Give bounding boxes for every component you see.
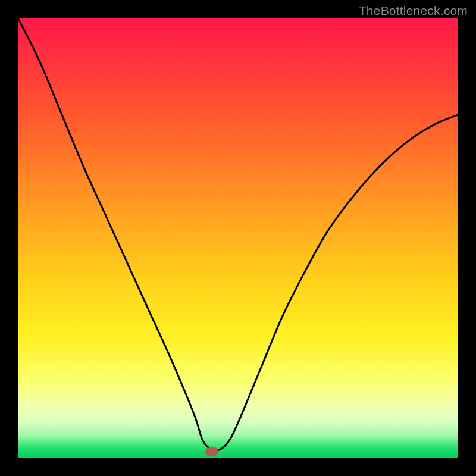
- minimum-marker: [205, 447, 218, 456]
- watermark-text: TheBottleneck.com: [359, 4, 468, 18]
- plot-area: [18, 18, 458, 458]
- bottleneck-curve: [18, 18, 458, 458]
- chart-frame: TheBottleneck.com: [0, 0, 476, 476]
